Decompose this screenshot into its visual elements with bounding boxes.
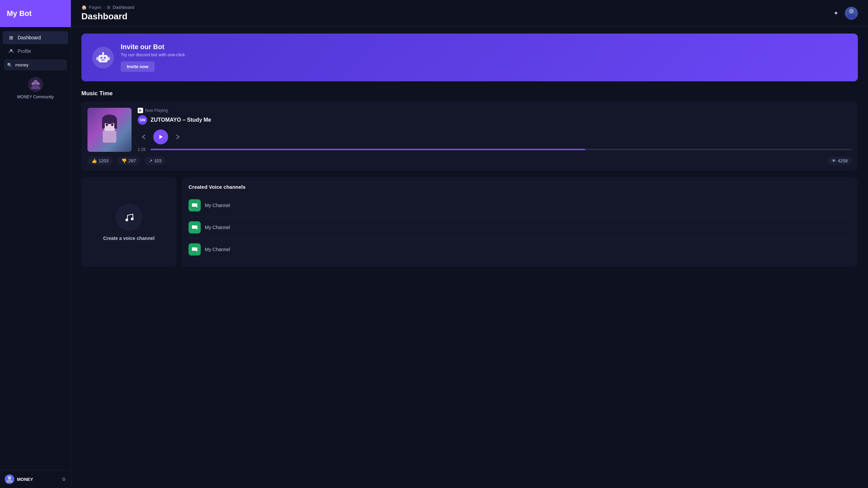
now-playing-label: Now Playing — [138, 108, 852, 113]
topbar-right: ✦ — [831, 7, 858, 20]
track-avatar: SW — [138, 115, 147, 125]
sidebar-item-dashboard[interactable]: ⊞ Dashboard — [3, 31, 68, 44]
svg-rect-12 — [101, 60, 105, 61]
footer-avatar — [5, 474, 14, 484]
views-count: 4258 — [838, 158, 848, 163]
shares-badge[interactable]: ↗ 103 — [145, 157, 166, 165]
channel-icon-2 — [189, 243, 201, 256]
likes-count: 1203 — [99, 158, 108, 163]
current-time: 1:28 — [138, 147, 147, 152]
sidebar-footer: MONEY ⚙ — [0, 470, 71, 488]
svg-marker-28 — [159, 135, 163, 139]
svg-marker-32 — [196, 203, 197, 208]
content-area: Invite our Bot Try our discord bot with … — [71, 27, 868, 274]
search-input[interactable]: money — [4, 60, 67, 70]
topbar-left: 🏠 Pages › ⊞ Dashboard Dashboard — [81, 5, 134, 22]
invite-subtitle: Try our discord bot with one-click — [121, 52, 185, 57]
music-player: Now Playing SW ZUTOMAYO – Study Me — [87, 108, 852, 152]
breadcrumb-pages[interactable]: Pages — [89, 5, 101, 10]
player-info: Now Playing SW ZUTOMAYO – Study Me — [138, 108, 852, 152]
invite-banner: Invite our Bot Try our discord bot with … — [81, 34, 858, 81]
topbar: 🏠 Pages › ⊞ Dashboard Dashboard ✦ — [71, 0, 868, 27]
play-indicator-icon — [138, 108, 143, 113]
channel-icon-0 — [189, 199, 201, 211]
svg-rect-35 — [192, 247, 196, 251]
svg-marker-27 — [139, 109, 142, 112]
voice-channel-item-2[interactable]: My Channel — [189, 239, 851, 260]
main-content: 🏠 Pages › ⊞ Dashboard Dashboard ✦ — [71, 0, 868, 488]
settings-icon[interactable]: ⚙ — [62, 476, 66, 482]
progress-bar[interactable] — [151, 149, 852, 150]
invite-text: Invite our Bot Try our discord bot with … — [121, 43, 185, 72]
svg-point-25 — [106, 124, 108, 126]
svg-rect-33 — [192, 225, 196, 229]
now-playing-area: Now Playing SW ZUTOMAYO – Study Me — [138, 108, 852, 128]
prev-button[interactable] — [138, 131, 150, 143]
svg-rect-31 — [192, 203, 196, 207]
svg-point-26 — [112, 124, 113, 126]
progress-area: 1:28 — [138, 147, 852, 152]
sidebar: My Bot ⊞ Dashboard Profile 🔍 money — [0, 0, 71, 488]
svg-point-6 — [8, 476, 11, 480]
svg-point-4 — [37, 82, 40, 85]
next-button[interactable] — [172, 131, 184, 143]
player-controls — [138, 129, 852, 144]
footer-user: MONEY — [5, 474, 33, 484]
user-avatar-top[interactable] — [845, 7, 858, 20]
dislike-icon: 👎 — [121, 158, 127, 163]
play-pause-button[interactable] — [153, 129, 168, 144]
voice-channels-title: Created Voice channels — [189, 184, 851, 190]
sidebar-header: My Bot — [0, 0, 71, 27]
music-note-icon — [115, 204, 142, 231]
dislikes-count: 297 — [129, 158, 136, 163]
svg-point-29 — [125, 219, 128, 221]
svg-rect-10 — [100, 57, 102, 59]
breadcrumb-dashboard: Dashboard — [113, 5, 134, 10]
community-item[interactable]: MONEY Community — [0, 72, 71, 103]
music-section-title: Music Time — [81, 90, 858, 97]
svg-point-14 — [102, 52, 104, 54]
svg-rect-22 — [114, 119, 117, 129]
theme-toggle-icon[interactable]: ✦ — [831, 8, 841, 18]
voice-create-card[interactable]: Create a voice channel — [81, 177, 176, 267]
svg-rect-15 — [96, 57, 98, 60]
svg-marker-34 — [196, 225, 197, 230]
track-name: ZUTOMAYO – Study Me — [151, 117, 211, 123]
sidebar-item-profile[interactable]: Profile — [3, 45, 68, 58]
channel-name-1: My Channel — [205, 225, 230, 230]
channel-icon-1 — [189, 221, 201, 233]
breadcrumb-dashboard-icon: ⊞ — [107, 5, 111, 10]
invite-button[interactable]: Invite now — [121, 61, 155, 72]
search-icon: 🔍 — [7, 63, 12, 67]
search-container: 🔍 money — [4, 60, 67, 70]
like-icon: 👍 — [92, 158, 97, 163]
album-art — [87, 108, 132, 152]
music-stats: 👍 1203 👎 297 ↗ 103 👁 4258 — [87, 157, 852, 165]
voice-channel-item-0[interactable]: My Channel — [189, 195, 851, 217]
progress-fill — [151, 149, 585, 150]
sidebar-title: My Bot — [7, 9, 32, 18]
voice-channels-card: Created Voice channels My Channel — [182, 177, 858, 267]
svg-rect-21 — [102, 119, 105, 129]
svg-point-3 — [32, 82, 34, 85]
likes-badge[interactable]: 👍 1203 — [87, 157, 113, 165]
track-row: SW ZUTOMAYO – Study Me — [138, 115, 852, 125]
svg-rect-16 — [108, 57, 110, 60]
footer-username: MONEY — [17, 477, 33, 482]
bottom-section: Create a voice channel Created Voice cha… — [81, 177, 858, 267]
svg-point-0 — [10, 49, 12, 51]
voice-create-label: Create a voice channel — [103, 236, 155, 241]
voice-channel-item-1[interactable]: My Channel — [189, 217, 851, 239]
controls-area: 1:28 — [138, 129, 852, 152]
views-badge: 👁 4258 — [828, 157, 852, 165]
breadcrumb-sep: › — [103, 5, 105, 10]
sidebar-item-dashboard-label: Dashboard — [18, 35, 41, 40]
channel-name-2: My Channel — [205, 247, 230, 252]
svg-point-8 — [849, 9, 854, 14]
bot-icon — [92, 47, 114, 68]
svg-rect-11 — [104, 57, 106, 59]
profile-icon — [8, 48, 14, 54]
sidebar-nav: ⊞ Dashboard Profile 🔍 money — [0, 27, 71, 470]
dislikes-badge[interactable]: 👎 297 — [117, 157, 140, 165]
share-icon: ↗ — [149, 158, 153, 163]
